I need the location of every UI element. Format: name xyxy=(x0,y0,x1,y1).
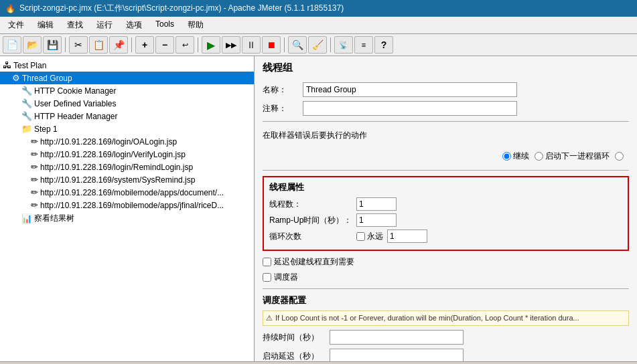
scheduler-label: 调度器 xyxy=(274,272,298,283)
req5-label: http://10.91.228.169/mobilemode/apps/doc… xyxy=(40,188,224,197)
tree-item-user-vars[interactable]: 🔧 User Defined Variables xyxy=(0,97,254,110)
toolbar-sep-1 xyxy=(65,37,66,52)
radio-group: 继续 启动下一进程循环 xyxy=(263,148,629,165)
toolbar-sep-5 xyxy=(330,37,331,52)
tree-item-req6[interactable]: ✏ http://10.91.228.169/mobilemode/apps/j… xyxy=(0,199,254,211)
tree-item-result-tree[interactable]: 📊 察看结果树 xyxy=(0,211,254,225)
menu-tools[interactable]: Tools xyxy=(150,18,180,32)
status-bar: https://bbs.csdn.com @61CTO博客 xyxy=(0,361,637,364)
toolbar-sep-2 xyxy=(131,37,132,52)
tree-item-req2[interactable]: ✏ http://10.91.228.169/login/VerifyLogin… xyxy=(0,148,254,161)
warning-text: If Loop Count is not -1 or Forever, dura… xyxy=(275,314,579,322)
menu-run[interactable]: 运行 xyxy=(91,18,118,32)
list-button[interactable]: ≡ xyxy=(354,36,373,54)
help-button[interactable]: ? xyxy=(374,36,393,54)
loop-count-input[interactable] xyxy=(387,230,427,243)
loop-count-label: 循环次数 xyxy=(269,231,356,242)
menu-edit[interactable]: 编辑 xyxy=(32,18,59,32)
req6-icon: ✏ xyxy=(31,200,38,210)
step1-icon: 📁 xyxy=(21,124,32,134)
delayed-start-label: 延迟创建线程直到需要 xyxy=(274,256,354,268)
reset-button[interactable]: ↩ xyxy=(175,36,194,54)
thread-count-label: 线程数： xyxy=(269,199,356,210)
startup-delay-input[interactable] xyxy=(330,349,464,361)
tree-item-req5[interactable]: ✏ http://10.91.228.169/mobilemode/apps/d… xyxy=(0,186,254,199)
tree-item-test-plan[interactable]: 🖧 Test Plan xyxy=(0,59,254,72)
title-text: Script-zongzi-pc.jmx (E:\工作\script\Scrip… xyxy=(19,3,344,14)
thread-props-title: 线程属性 xyxy=(269,181,622,193)
tree-item-header-manager[interactable]: 🔧 HTTP Header Manager xyxy=(0,110,254,122)
loop-forever-checkbox[interactable] xyxy=(356,232,365,241)
open-button[interactable]: 📂 xyxy=(23,36,42,54)
req1-icon: ✏ xyxy=(31,136,38,147)
tree-item-req4[interactable]: ✏ http://10.91.228.169/system/SysRemind.… xyxy=(0,173,254,186)
test-plan-icon: 🖧 xyxy=(3,60,11,70)
remove-button[interactable]: − xyxy=(155,36,174,54)
startup-delay-label: 启动延迟（秒） xyxy=(263,351,330,362)
name-row: 名称： xyxy=(263,82,629,97)
section-title: 线程组 xyxy=(263,62,629,77)
scheduler-config-title: 调度器配置 xyxy=(263,294,629,306)
step1-label: Step 1 xyxy=(34,124,58,134)
tree-item-thread-group[interactable]: ⚙ Thread Group xyxy=(0,72,254,84)
search-button[interactable]: 🔍 xyxy=(288,36,307,54)
scheduler-checkbox[interactable] xyxy=(263,273,271,282)
thread-count-input[interactable] xyxy=(356,197,397,211)
divider-3 xyxy=(263,288,629,289)
divider-1 xyxy=(263,121,629,122)
stop-button[interactable]: ⏹ xyxy=(262,36,281,54)
delayed-start-checkbox[interactable] xyxy=(263,258,271,266)
toolbar: 📄 📂 💾 ✂ 📋 📌 + − ↩ ▶ ▶▶ ⏸ ⏹ 🔍 🧹 📡 ≡ ? xyxy=(0,34,637,56)
user-vars-label: User Defined Variables xyxy=(34,99,117,108)
tree-item-step1[interactable]: 📁 Step 1 xyxy=(0,122,254,135)
tree-item-cookie-manager[interactable]: 🔧 HTTP Cookie Manager xyxy=(0,84,254,97)
req4-label: http://10.91.228.169/system/SysRemind.js… xyxy=(40,175,195,185)
menu-file[interactable]: 文件 xyxy=(3,18,29,32)
radio-next-loop[interactable]: 启动下一进程循环 xyxy=(535,151,610,162)
tree-panel: 🖧 Test Plan ⚙ Thread Group 🔧 HTTP Cookie… xyxy=(0,56,255,361)
main-layout: 🖧 Test Plan ⚙ Thread Group 🔧 HTTP Cookie… xyxy=(0,56,637,361)
clear-button[interactable]: 🧹 xyxy=(308,36,327,54)
duration-input[interactable] xyxy=(330,330,464,345)
warning-icon: ⚠ xyxy=(266,314,273,323)
tree-item-req1[interactable]: ✏ http://10.91.228.169/login/OALogin.jsp xyxy=(0,135,254,148)
save-button[interactable]: 💾 xyxy=(43,36,62,54)
thread-group-icon: ⚙ xyxy=(12,73,20,83)
delayed-start-row: 延迟创建线程直到需要 xyxy=(263,256,629,268)
add-button[interactable]: + xyxy=(135,36,154,54)
cut-button[interactable]: ✂ xyxy=(69,36,88,54)
radio-other-input[interactable] xyxy=(615,152,624,161)
radio-continue-input[interactable] xyxy=(502,152,511,161)
warning-row: ⚠ If Loop Count is not -1 or Forever, du… xyxy=(263,310,629,326)
menu-find[interactable]: 查找 xyxy=(62,18,88,32)
run-all-button[interactable]: ▶▶ xyxy=(222,36,240,54)
menu-options[interactable]: 选项 xyxy=(121,18,147,32)
copy-button[interactable]: 📋 xyxy=(89,36,108,54)
name-input[interactable] xyxy=(303,82,517,97)
paste-button[interactable]: 📌 xyxy=(109,36,128,54)
tree-item-req3[interactable]: ✏ http://10.91.228.169/login/RemindLogin… xyxy=(0,161,254,173)
pause-button[interactable]: ⏸ xyxy=(242,36,261,54)
comment-input[interactable] xyxy=(303,101,517,116)
radio-continue[interactable]: 继续 xyxy=(502,151,529,162)
remote-button[interactable]: 📡 xyxy=(334,36,353,54)
radio-next-loop-input[interactable] xyxy=(535,152,543,161)
cookie-label: HTTP Cookie Manager xyxy=(34,86,117,96)
menu-bar: 文件 编辑 查找 运行 选项 Tools 帮助 xyxy=(0,17,637,34)
header-label: HTTP Header Manager xyxy=(34,112,118,121)
radio-other[interactable] xyxy=(615,152,624,161)
ramp-up-input[interactable] xyxy=(356,213,397,227)
ramp-up-row: Ramp-Up时间（秒）： xyxy=(269,213,622,227)
req3-label: http://10.91.228.169/login/RemindLogin.j… xyxy=(40,163,193,172)
menu-help[interactable]: 帮助 xyxy=(182,18,209,32)
req4-icon: ✏ xyxy=(31,175,38,185)
action-label: 在取样器错误后要执行的动作 xyxy=(263,127,629,144)
run-button[interactable]: ▶ xyxy=(202,36,220,54)
duration-row: 持续时间（秒） xyxy=(263,330,629,345)
new-button[interactable]: 📄 xyxy=(3,36,21,54)
title-bar: 🔥 Script-zongzi-pc.jmx (E:\工作\script\Scr… xyxy=(0,0,637,17)
test-plan-label: Test Plan xyxy=(13,61,46,70)
startup-delay-row: 启动延迟（秒） xyxy=(263,349,629,361)
radio-continue-label: 继续 xyxy=(513,151,529,162)
toolbar-sep-4 xyxy=(284,37,285,52)
